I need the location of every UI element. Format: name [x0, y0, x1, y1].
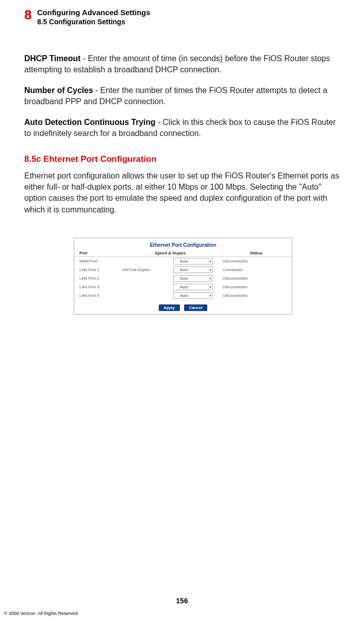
- table-row: LAN Port 2Auto▾Disconnected: [74, 274, 292, 283]
- content-area: DHCP Timeout - Enter the amount of time …: [0, 26, 364, 315]
- dhcp-timeout-label: DHCP Timeout: [24, 54, 80, 63]
- speed-duplex-select[interactable]: Auto▾: [173, 284, 213, 290]
- cancel-button[interactable]: Cancel: [184, 304, 207, 311]
- paragraph-dhcp-timeout: DHCP Timeout - Enter the amount of time …: [24, 53, 342, 75]
- port-cell: LAN Port 4: [74, 291, 120, 300]
- ethernet-config-panel: Ethernet Port Configuration Port Speed &…: [74, 238, 292, 315]
- status-cell: Disconnected: [221, 274, 292, 283]
- status-cell: Connected: [221, 265, 292, 274]
- chapter-title: Configuring Advanced Settings: [37, 8, 150, 17]
- paragraph-number-cycles: Number of Cycles - Enter the number of t…: [24, 85, 342, 107]
- select-value: Auto: [180, 268, 188, 272]
- chevron-down-icon: ▾: [209, 277, 211, 281]
- port-cell: LAN Port 1: [74, 265, 120, 274]
- number-cycles-label: Number of Cycles: [24, 86, 93, 95]
- table-row: WAN PortAuto▾Disconnected: [74, 257, 292, 266]
- select-cell: Auto▾: [165, 274, 221, 283]
- chapter-number: 8: [24, 7, 31, 23]
- status-cell: Disconnected: [221, 291, 292, 300]
- col-speed-duplex: Speed & Duplex: [120, 250, 221, 257]
- select-cell: Auto▾: [165, 257, 221, 266]
- speed-duplex-select[interactable]: Auto▾: [173, 292, 213, 299]
- select-value: Auto: [180, 259, 188, 263]
- port-cell: WAN Port: [74, 257, 120, 266]
- button-row: Apply Cancel: [74, 300, 292, 311]
- chevron-down-icon: ▾: [209, 294, 211, 298]
- speed-duplex-select[interactable]: Auto▾: [173, 267, 213, 273]
- select-value: Auto: [180, 293, 188, 298]
- ethernet-config-table: Port Speed & Duplex Status WAN PortAuto▾…: [74, 250, 292, 300]
- speed-cell: [120, 291, 165, 300]
- table-row: LAN Port 1100 Full-DuplexAuto▾Connected: [74, 265, 292, 274]
- speed-cell: 100 Full-Duplex: [120, 265, 165, 274]
- table-row: LAN Port 4Auto▾Disconnected: [74, 291, 292, 300]
- port-cell: LAN Port 3: [74, 283, 120, 291]
- col-status: Status: [221, 250, 292, 257]
- header-text-block: Configuring Advanced Settings 8.5 Config…: [37, 7, 150, 26]
- page-header: 8 Configuring Advanced Settings 8.5 Conf…: [0, 0, 364, 26]
- apply-button[interactable]: Apply: [159, 304, 180, 311]
- status-cell: Disconnected: [221, 283, 292, 291]
- select-value: Auto: [180, 285, 188, 289]
- col-port: Port: [74, 250, 120, 257]
- subsection-title: 8.5c Ehternet Port Configuration: [24, 154, 342, 164]
- page-number: 156: [0, 597, 364, 605]
- select-value: Auto: [180, 276, 188, 281]
- speed-cell: [120, 274, 165, 283]
- ethernet-description: Ethernet port configuration allows the u…: [24, 170, 342, 216]
- copyright-text: © 2009 Verizon. All Rights Reserved.: [4, 611, 79, 616]
- section-title: 8.5 Configuration Settings: [37, 18, 150, 26]
- auto-detection-label: Auto Detection Continuous Trying: [24, 118, 156, 126]
- status-cell: Disconnected: [221, 257, 292, 266]
- chevron-down-icon: ▾: [209, 268, 211, 272]
- table-header-row: Port Speed & Duplex Status: [74, 250, 292, 257]
- speed-duplex-select[interactable]: Auto▾: [173, 275, 213, 282]
- chevron-down-icon: ▾: [209, 285, 211, 289]
- paragraph-auto-detection: Auto Detection Continuous Trying - Click…: [24, 117, 342, 139]
- select-cell: Auto▾: [165, 265, 221, 274]
- chevron-down-icon: ▾: [209, 259, 211, 263]
- speed-cell: [120, 257, 165, 266]
- select-cell: Auto▾: [165, 283, 221, 291]
- port-cell: LAN Port 2: [74, 274, 120, 283]
- select-cell: Auto▾: [165, 291, 221, 300]
- config-table-title: Ethernet Port Configuration: [74, 241, 292, 250]
- table-row: LAN Port 3Auto▾Disconnected: [74, 283, 292, 291]
- speed-duplex-select[interactable]: Auto▾: [173, 258, 213, 264]
- speed-cell: [120, 283, 165, 291]
